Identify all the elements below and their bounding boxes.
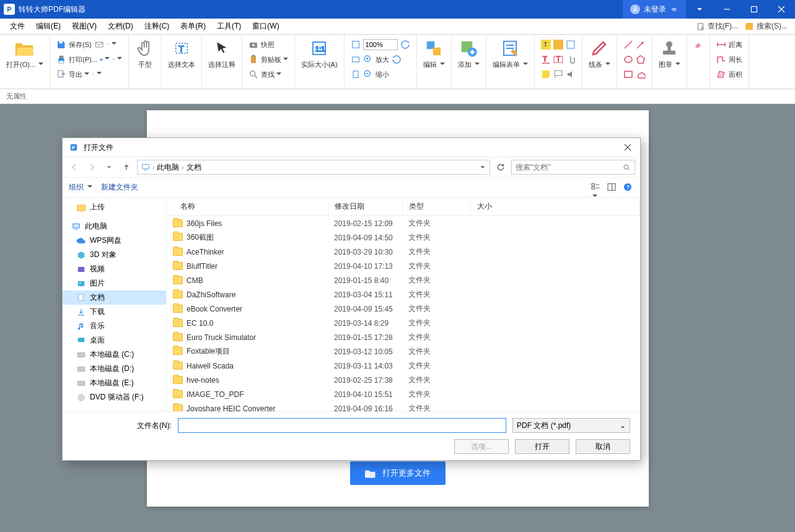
zoom-in-icon[interactable] — [363, 55, 373, 64]
file-row[interactable]: EC 10.02019-03-14 8:29文件夹 — [167, 316, 640, 330]
menu-view[interactable]: 视图(V) — [67, 19, 102, 33]
ribbon-snapshot-button[interactable]: 快照 — [246, 37, 291, 52]
menu-window[interactable]: 窗口(W) — [247, 19, 284, 33]
col-date[interactable]: 修改日期 — [328, 198, 402, 216]
file-row[interactable]: DaZhiSoftware2019-03-04 15:11文件夹 — [167, 287, 640, 302]
close-button[interactable] — [768, 0, 795, 19]
dialog-search-box[interactable] — [511, 160, 635, 175]
underline-icon[interactable]: T — [541, 55, 551, 64]
mail-icon[interactable] — [94, 40, 104, 50]
blank-page-icon[interactable] — [92, 69, 102, 79]
sidebar-item-3d[interactable]: 3D 对象 — [63, 248, 166, 262]
zoom-out-icon[interactable] — [363, 69, 373, 79]
file-row[interactable]: BluffTitler2019-04-10 17:13文件夹 — [167, 259, 640, 273]
attachment-icon[interactable] — [566, 55, 576, 64]
file-row[interactable]: Joyoshare HEIC Converter2019-04-09 16:16… — [167, 401, 640, 411]
path-leaf[interactable]: 文档 — [187, 162, 201, 173]
file-row[interactable]: Haiwell Scada2019-03-11 14:03文件夹 — [167, 359, 640, 373]
strikeout-icon[interactable] — [566, 40, 576, 50]
address-bar[interactable]: › 此电脑 › 文档 — [137, 160, 490, 175]
line-shape-icon[interactable] — [623, 40, 633, 50]
ribbon-area-button[interactable]: 面积 — [714, 67, 745, 82]
cancel-button[interactable]: 取消 — [576, 439, 630, 454]
ribbon-save-button[interactable]: 保存(S) — [54, 37, 125, 52]
ribbon-stamp-button[interactable]: 图章 — [656, 37, 683, 71]
sidebar-item-video[interactable]: 视频 — [63, 262, 166, 276]
ribbon-edit-button[interactable]: 编辑 — [421, 37, 447, 71]
ribbon-lines-button[interactable]: 线条 — [586, 37, 613, 71]
file-row[interactable]: AceThinker2019-03-29 10:30文件夹 — [167, 245, 640, 259]
options-button[interactable]: 选项... — [454, 439, 509, 454]
polygon-shape-icon[interactable] — [636, 55, 646, 64]
ribbon-perimeter-button[interactable]: 周长 — [714, 52, 745, 67]
ribbon-export-button[interactable]: 导出 — [54, 67, 125, 82]
minimize-button[interactable] — [713, 0, 740, 19]
menu-find[interactable]: 查找(F)... — [694, 21, 740, 32]
rotate-ccw-icon[interactable] — [392, 55, 402, 64]
ribbon-open-button[interactable]: 打开(O)... — [4, 37, 46, 71]
file-row[interactable]: Euro Truck Simulator2019-01-15 17:28文件夹 — [167, 330, 640, 344]
ribbon-select-annotation-button[interactable]: 选择注释 — [206, 37, 238, 71]
nav-up-button[interactable] — [120, 160, 133, 174]
text-box-icon[interactable]: T — [553, 55, 563, 64]
sidebar-item-drive-c[interactable]: 本地磁盘 (C:) — [63, 347, 166, 362]
ribbon-distance-button[interactable]: 距离 — [714, 37, 745, 52]
menu-form[interactable]: 表单(R) — [175, 19, 211, 33]
menu-search[interactable]: 搜索(S)... — [742, 21, 790, 32]
sidebar-item-desktop[interactable]: 桌面 — [63, 333, 166, 347]
squiggly-icon[interactable] — [553, 40, 563, 50]
ribbon-clipboard-button[interactable]: 剪贴板 — [246, 52, 291, 67]
ribbon-zoom-in-label[interactable]: 放大 — [376, 55, 389, 64]
file-list[interactable]: 名称 修改日期 类型 大小 360js Files2019-02-15 12:0… — [167, 198, 640, 411]
highlight-icon[interactable]: T — [541, 40, 551, 50]
arrow-shape-icon[interactable] — [636, 40, 646, 50]
cloud-icon[interactable] — [100, 55, 110, 64]
sidebar-item-dvd-f[interactable]: DVD 驱动器 (F:) — [63, 390, 166, 404]
ribbon-find-button[interactable]: 查找 — [246, 67, 291, 82]
sidebar-item-music[interactable]: 音乐 — [63, 319, 166, 333]
ribbon-actual-size-button[interactable]: 1:1实际大小(A) — [299, 37, 340, 71]
nav-back-button[interactable] — [68, 160, 81, 174]
fit-page-icon[interactable] — [351, 40, 361, 50]
zoom-value-input[interactable] — [363, 39, 398, 50]
file-row[interactable]: Foxtable项目2019-03-12 10:05文件夹 — [167, 344, 640, 359]
callout-icon[interactable] — [553, 69, 563, 79]
rotate-cw-icon[interactable] — [400, 40, 410, 50]
open-button[interactable]: 打开 — [515, 439, 569, 454]
ribbon-edit-form-button[interactable]: 编辑表单 — [490, 37, 530, 71]
nav-forward-button[interactable] — [85, 160, 99, 174]
address-dropdown-icon[interactable] — [480, 164, 486, 170]
col-size[interactable]: 大小 — [470, 198, 640, 216]
col-name[interactable]: 名称 — [167, 198, 328, 216]
sidebar-item-pictures[interactable]: 图片 — [63, 276, 166, 290]
fit-width-icon[interactable] — [351, 55, 361, 64]
path-root[interactable]: 此电脑 — [157, 162, 179, 173]
menu-document[interactable]: 文档(D) — [103, 19, 138, 33]
dialog-close-button[interactable] — [622, 141, 634, 154]
dialog-search-input[interactable] — [516, 163, 623, 172]
sidebar-item-this-pc[interactable]: 此电脑 — [63, 219, 166, 233]
undo-icon[interactable] — [107, 40, 116, 50]
ribbon-print-button[interactable]: 打印(P)... — [54, 52, 125, 67]
fit-visible-icon[interactable] — [351, 69, 361, 79]
ribbon-hand-button[interactable]: 手型 — [133, 37, 157, 71]
ellipse-shape-icon[interactable] — [623, 55, 633, 64]
file-row[interactable]: 360js Files2019-02-15 12:09文件夹 — [167, 216, 640, 231]
ribbon-eraser-button[interactable] — [691, 37, 706, 52]
dropdown-button[interactable] — [686, 0, 713, 19]
file-type-filter[interactable]: PDF 文档 (*.pdf)⌄ — [512, 418, 630, 433]
filename-input[interactable] — [178, 418, 506, 433]
sidebar-item-documents[interactable]: 文档 — [63, 290, 166, 305]
sidebar-item-downloads[interactable]: 下载 — [63, 305, 166, 319]
user-status-button[interactable]: A 未登录 — [623, 0, 686, 19]
help-button[interactable]: ? — [623, 182, 634, 193]
open-more-files-button[interactable]: 打开更多文件 — [350, 461, 446, 485]
ribbon-add-button[interactable]: 添加 — [455, 37, 482, 71]
ribbon-zoom-out-label[interactable]: 缩小 — [376, 70, 389, 79]
refresh-button[interactable] — [494, 160, 507, 174]
menu-annotate[interactable]: 注释(C) — [139, 19, 175, 33]
menu-file[interactable]: 文件 — [5, 19, 30, 33]
preview-pane-button[interactable] — [607, 182, 618, 193]
organize-button[interactable]: 组织 — [69, 182, 92, 193]
menu-tool[interactable]: 工具(T) — [212, 19, 246, 33]
